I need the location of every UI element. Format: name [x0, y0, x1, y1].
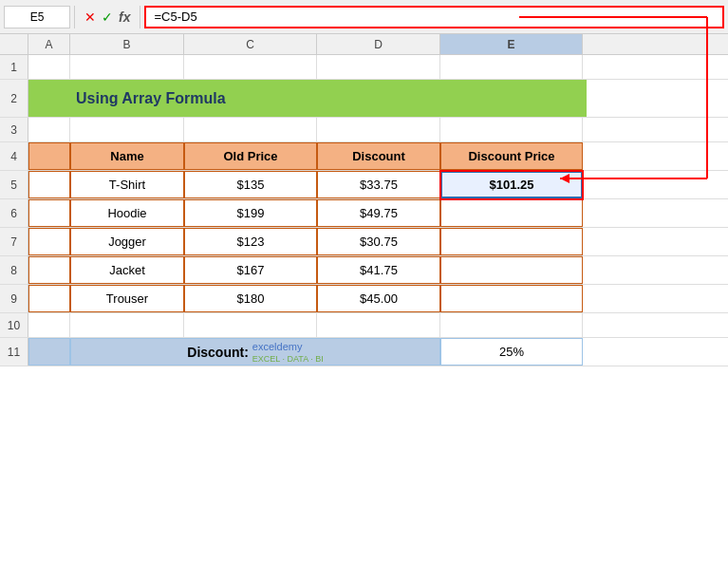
discount-label: Discount:: [187, 345, 249, 360]
cell-d5[interactable]: $33.75: [317, 171, 440, 198]
row-5: 5 T-Shirt $135 $33.75 $101.25: [0, 171, 728, 199]
col-header-a[interactable]: A: [28, 34, 70, 54]
cell-d7[interactable]: $30.75: [317, 228, 440, 255]
column-headers: A B C D E: [0, 34, 728, 55]
cell-a8[interactable]: [28, 256, 70, 284]
function-icon[interactable]: fx: [119, 9, 130, 25]
row-10: 10: [0, 313, 728, 338]
formula-bar-divider: [74, 6, 75, 28]
discount-label-cell: Discount: exceldemy EXCEL · DATA · BI: [70, 338, 440, 366]
cell-d1[interactable]: [317, 55, 440, 79]
col-header-c[interactable]: C: [184, 34, 317, 54]
cell-e10[interactable]: [440, 313, 583, 337]
cell-b7[interactable]: Jogger: [70, 228, 184, 255]
row-num-11: 11: [0, 338, 28, 366]
cell-b5[interactable]: T-Shirt: [70, 171, 184, 198]
cell-e8[interactable]: [440, 256, 583, 284]
cell-b3[interactable]: [70, 118, 184, 141]
cell-a10[interactable]: [28, 313, 70, 337]
cell-c7[interactable]: $123: [184, 228, 317, 255]
cell-b9[interactable]: Trouser: [70, 285, 184, 312]
row-11: 11 Discount: exceldemy EXCEL · DATA · BI…: [0, 338, 728, 366]
brand-watermark: exceldemy EXCEL · DATA · BI: [252, 341, 324, 364]
cell-a9[interactable]: [28, 285, 70, 312]
row-num-8: 8: [0, 256, 28, 284]
cell-b6[interactable]: Hoodie: [70, 199, 184, 227]
row-9: 9 Trouser $180 $45.00: [0, 285, 728, 313]
title-cell: Using Array Formula: [70, 80, 587, 117]
header-name: Name: [70, 142, 184, 170]
cell-e7[interactable]: [440, 228, 583, 255]
row-3: 3: [0, 118, 728, 142]
cell-d3[interactable]: [317, 118, 440, 141]
cell-e3[interactable]: [440, 118, 583, 141]
row-6: 6 Hoodie $199 $49.75: [0, 199, 728, 228]
cell-ref-text: E5: [30, 10, 45, 24]
col-header-d[interactable]: D: [317, 34, 440, 54]
col-header-b[interactable]: B: [70, 34, 184, 54]
cell-e9[interactable]: [440, 285, 583, 312]
corner-spacer: [0, 34, 28, 54]
col-header-e[interactable]: E: [440, 34, 583, 54]
formula-text: =C5-D5: [154, 9, 196, 24]
row-num-6: 6: [0, 199, 28, 227]
header-discount: Discount: [317, 142, 440, 170]
cell-d8[interactable]: $41.75: [317, 256, 440, 284]
cell-d6[interactable]: $49.75: [317, 199, 440, 227]
cell-a3[interactable]: [28, 118, 70, 141]
cell-c6[interactable]: $199: [184, 199, 317, 227]
cell-b1[interactable]: [70, 55, 184, 79]
row-num-7: 7: [0, 228, 28, 255]
row-num-4: 4: [0, 142, 28, 170]
row-num-3: 3: [0, 118, 28, 141]
cell-a5[interactable]: [28, 171, 70, 198]
cell-reference-box[interactable]: E5: [4, 6, 70, 28]
cell-c3[interactable]: [184, 118, 317, 141]
cell-d10[interactable]: [317, 313, 440, 337]
cell-a11[interactable]: [28, 338, 70, 366]
row-num-2: 2: [0, 80, 28, 117]
cell-e6[interactable]: [440, 199, 583, 227]
cell-a1[interactable]: [28, 55, 70, 79]
row-2: 2 Using Array Formula: [0, 80, 728, 118]
row-7: 7 Jogger $123 $30.75: [0, 228, 728, 256]
cell-d9[interactable]: $45.00: [317, 285, 440, 312]
formula-bar: E5 ✕ ✓ fx =C5-D5: [0, 0, 728, 34]
cell-c9[interactable]: $180: [184, 285, 317, 312]
discount-value-cell[interactable]: 25%: [440, 338, 583, 366]
formula-icons-group: ✕ ✓ fx: [79, 9, 136, 25]
row-num-9: 9: [0, 285, 28, 312]
cell-a4[interactable]: [28, 142, 70, 170]
cell-b10[interactable]: [70, 313, 184, 337]
row-num-10: 10: [0, 313, 28, 337]
cell-a7[interactable]: [28, 228, 70, 255]
cell-c1[interactable]: [184, 55, 317, 79]
cell-e1[interactable]: [440, 55, 583, 79]
cell-b8[interactable]: Jacket: [70, 256, 184, 284]
row-4: 4 Name Old Price Discount Discount Price: [0, 142, 728, 171]
header-discount-price: Discount Price: [440, 142, 583, 170]
cell-e5[interactable]: $101.25: [440, 171, 583, 198]
confirm-icon[interactable]: ✓: [102, 9, 113, 25]
cell-c8[interactable]: $167: [184, 256, 317, 284]
cancel-icon[interactable]: ✕: [84, 9, 96, 25]
cell-a2[interactable]: [28, 80, 70, 117]
cell-c5[interactable]: $135: [184, 171, 317, 198]
row-1: 1: [0, 55, 728, 80]
row-8: 8 Jacket $167 $41.75: [0, 256, 728, 285]
cell-a6[interactable]: [28, 199, 70, 227]
row-num-1: 1: [0, 55, 28, 79]
formula-bar-divider-2: [140, 6, 140, 28]
cell-c10[interactable]: [184, 313, 317, 337]
header-old-price: Old Price: [184, 142, 317, 170]
row-num-5: 5: [0, 171, 28, 198]
